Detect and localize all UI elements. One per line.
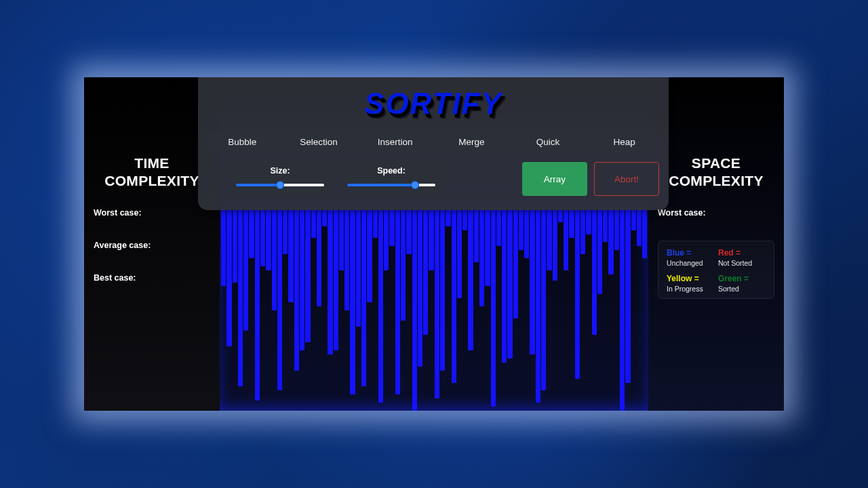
array-bar: [631, 210, 636, 230]
array-bar: [457, 210, 462, 298]
array-bar: [625, 210, 630, 383]
legend-key: Red =: [718, 248, 766, 258]
algo-button-merge[interactable]: Merge: [437, 131, 507, 152]
array-bar: [283, 210, 288, 254]
algo-button-quick[interactable]: Quick: [513, 131, 583, 152]
array-bar: [491, 210, 496, 407]
array-bar: [642, 210, 647, 258]
array-bar: [328, 210, 332, 354]
array-bar: [339, 210, 344, 270]
array-bar: [462, 210, 467, 230]
array-bar: [597, 210, 602, 294]
array-bar: [536, 210, 540, 403]
array-bar: [277, 210, 282, 390]
controls-row: Size: Speed: Array Abort!: [208, 162, 659, 196]
array-bar: [637, 210, 642, 246]
speed-slider[interactable]: [347, 184, 435, 186]
array-bar: [547, 210, 551, 270]
array-bar: [373, 210, 378, 238]
algo-button-heap[interactable]: Heap: [589, 131, 659, 152]
array-bar: [361, 210, 366, 386]
array-bar: [378, 210, 383, 403]
controls-panel: SORTIFY BubbleSelectionInsertionMergeQui…: [198, 77, 669, 210]
array-bar: [221, 210, 226, 286]
abort-button[interactable]: Abort!: [594, 162, 659, 196]
array-bar: [249, 210, 254, 258]
array-bar: [435, 210, 439, 399]
array-bar: [334, 210, 338, 350]
array-bar: [614, 210, 619, 250]
array-bar: [474, 210, 479, 262]
algo-button-selection[interactable]: Selection: [284, 131, 354, 152]
array-bar: [294, 210, 299, 371]
space-case-label: Worst case:: [658, 208, 774, 218]
array-bar: [468, 210, 473, 350]
array-bar: [311, 210, 316, 238]
speed-slider-box: Speed:: [339, 162, 443, 196]
legend-desc: Unchanged: [667, 259, 714, 267]
array-bar: [418, 210, 422, 367]
legend-item: Blue =Unchanged: [667, 248, 714, 267]
array-bar: [389, 210, 394, 246]
array-bar: [507, 210, 512, 359]
array-bar: [423, 210, 428, 335]
algorithm-buttons-row: BubbleSelectionInsertionMergeQuickHeap: [208, 131, 659, 152]
array-bar: [401, 210, 406, 321]
legend-item: Yellow =In Progress: [667, 274, 714, 293]
array-bar: [255, 210, 260, 401]
array-bar: [530, 210, 534, 354]
legend-item: Green =Sorted: [718, 274, 766, 293]
array-bar: [446, 210, 450, 226]
array-bar: [452, 210, 456, 383]
array-bar: [603, 210, 608, 242]
array-bar: [412, 210, 417, 411]
space-complexity-heading: SPACE COMPLEXITY: [658, 155, 774, 190]
legend-key: Blue =: [667, 248, 714, 258]
array-bar: [272, 210, 277, 310]
array-bar: [367, 210, 372, 302]
space-cases-list: Worst case:: [658, 208, 774, 218]
array-bar: [541, 210, 546, 390]
array-bar: [288, 210, 293, 302]
legend-key: Yellow =: [667, 274, 714, 283]
array-bar: [479, 210, 484, 306]
array-bar: [243, 210, 248, 331]
array-bar: [305, 210, 310, 342]
generate-array-button[interactable]: Array: [522, 162, 587, 196]
array-bar: [553, 210, 557, 281]
array-bar: [260, 210, 265, 266]
array-bar: [350, 210, 355, 394]
array-bar: [395, 210, 400, 394]
speed-label: Speed:: [347, 166, 435, 176]
array-bar: [226, 210, 231, 346]
legend-key: Green =: [718, 274, 766, 283]
array-bar: [485, 210, 490, 286]
array-bar: [519, 210, 524, 250]
size-slider[interactable]: [236, 184, 324, 186]
time-case-label: Worst case:: [94, 208, 210, 218]
color-legend: Blue =UnchangedRed =Not SortedYellow =In…: [658, 241, 774, 299]
algo-button-bubble[interactable]: Bubble: [208, 131, 277, 152]
array-bar: [592, 210, 597, 335]
array-bar: [356, 210, 361, 327]
array-bar: [238, 210, 243, 386]
spacer: [450, 162, 515, 196]
array-bar: [580, 210, 585, 254]
array-bar: [233, 210, 237, 283]
array-bar: [344, 210, 349, 310]
array-bar: [317, 210, 321, 306]
array-bar: [513, 210, 518, 319]
time-complexity-heading: TIME COMPLEXITY: [94, 155, 210, 190]
array-bar: [440, 210, 445, 371]
app-card: TIME COMPLEXITY Worst case:Average case:…: [84, 77, 784, 411]
array-bar: [496, 210, 501, 246]
time-cases-list: Worst case:Average case:Best case:: [94, 208, 210, 283]
legend-desc: Sorted: [718, 285, 766, 293]
array-bar: [558, 210, 563, 222]
array-bar: [406, 210, 411, 254]
array-bar: [524, 210, 529, 258]
algo-button-insertion[interactable]: Insertion: [360, 131, 430, 152]
array-bar: [384, 210, 389, 270]
legend-desc: Not Sorted: [718, 259, 766, 267]
bars-chart: [220, 210, 648, 411]
